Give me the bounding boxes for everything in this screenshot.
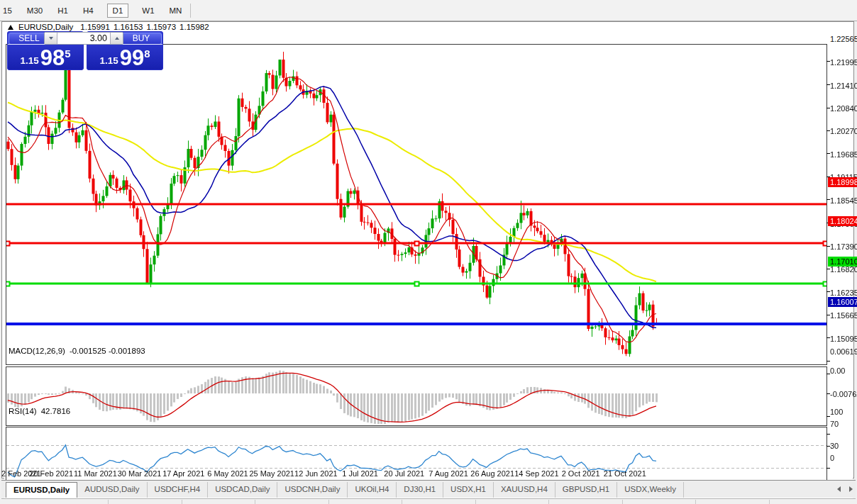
volume-input[interactable] [57, 33, 110, 44]
date-label: 30 Mar 2021 [118, 469, 162, 478]
symbol-tab-usdcnh[interactable]: USDCNH,Daily [277, 482, 348, 498]
open-value: 1.15991 [80, 23, 110, 31]
price-axis-tick-label: 1.20840 [830, 104, 857, 113]
symbol-tab-usdx[interactable]: USDX,H1 [443, 482, 494, 498]
buy-button[interactable]: BUY [121, 33, 162, 45]
rsi-indicator-label: RSI(14)42.7816 [9, 407, 70, 415]
date-label: 17 Apr 2021 [162, 469, 204, 478]
status-separator [622, 500, 623, 504]
rsi-axis-label: 70 [830, 420, 839, 428]
symbol-tab-dj30[interactable]: DJ30,H1 [397, 482, 443, 498]
price-axis-tick-label: 1.16235 [830, 289, 857, 297]
status-separator [769, 500, 770, 504]
tab-scroll-left-icon[interactable] [837, 486, 841, 492]
chevron-up-icon [115, 37, 119, 40]
volume-control [44, 32, 123, 45]
rsi-name: RSI(14) [9, 407, 37, 415]
date-label: 2 Oct 2021 [562, 469, 600, 478]
ask-price-small: 1.15 [99, 55, 118, 66]
symbol-tab-audusd[interactable]: AUDUSD,Daily [77, 482, 147, 498]
status-separator [255, 500, 255, 504]
symbol-tab-xauusd[interactable]: XAUUSD,H4 [494, 482, 555, 498]
price-line-label: 1.16007 [828, 297, 857, 307]
volume-decrease-button[interactable] [45, 33, 57, 44]
timeframe-buttons: 15M30H1H4D1W1MN [0, 4, 183, 18]
symbol-tab-ukoil[interactable]: UKOil,H4 [348, 482, 397, 498]
rsi-axis-label: 30 [830, 442, 839, 450]
price-axis-tick-label: 1.20270 [830, 127, 857, 135]
rsi-axis-label: 0 [830, 454, 834, 462]
status-separator [695, 500, 696, 504]
bid-price-small: 1.15 [20, 55, 38, 66]
chart-window [1, 21, 854, 478]
price-line-label: 1.18024 [828, 216, 857, 226]
macd-axis-label: 0.00 [830, 366, 845, 375]
timeframe-button-h4[interactable]: H4 [82, 4, 95, 17]
ask-price-sup: 8 [144, 47, 150, 60]
symbol-tab-usdx[interactable]: USDX,Weekly [617, 482, 684, 498]
symbol-tab-bar: EURUSD,DailyAUDUSD,DailyUSDCHF,H4USDCAD,… [1, 480, 856, 498]
bid-price-sup: 5 [65, 47, 70, 60]
status-bar [1, 498, 856, 504]
chevron-down-icon [49, 37, 53, 40]
status-separator [475, 500, 476, 504]
macd-axis-label: 0.006193 [830, 347, 857, 356]
rsi-value: 42.7816 [41, 407, 71, 415]
date-label: 12 Jun 2021 [294, 469, 338, 478]
date-label: 26 Aug 2021 [470, 469, 514, 478]
date-label: 20 Feb 2021 [29, 469, 73, 478]
one-click-trade-panel: SELL 1.15 98 5 BUY 1.15 99 8 [7, 31, 163, 70]
bid-price: 1.15 98 5 [7, 45, 84, 69]
ohlc-title: EURUSD,Daily 1.15991 1.16153 1.15973 1.1… [8, 23, 213, 31]
status-separator [402, 500, 402, 504]
price-line-label: 1.17010 [828, 257, 857, 267]
rsi-axis-label: 100 [830, 408, 843, 416]
price-axis-tick-label: 1.18545 [830, 196, 857, 205]
ask-price: 1.15 99 8 [87, 45, 163, 69]
ask-price-big: 99 [120, 47, 144, 69]
status-separator [108, 500, 109, 504]
symbol-tab-eurusd[interactable]: EURUSD,Daily [6, 482, 77, 498]
macd-axis-label: -0.00762 [830, 390, 857, 398]
price-axis-tick-label: 1.15095 [830, 335, 857, 343]
close-value: 1.15982 [179, 23, 209, 31]
timeframe-button-m30[interactable]: M30 [26, 4, 44, 17]
status-separator [548, 500, 549, 504]
timeframe-button-h1[interactable]: H1 [56, 4, 70, 17]
price-axis-tick-label: 1.21410 [830, 82, 857, 90]
price-chart-canvas[interactable] [4, 44, 853, 500]
date-label: 6 May 2021 [207, 469, 248, 478]
macd-values: -0.001525 -0.001893 [70, 347, 145, 355]
symbol-tab-gbpusd[interactable]: GBPUSD,H1 [555, 482, 617, 498]
bid-price-big: 98 [40, 47, 65, 69]
timeframe-toolbar: 15M30H1H4D1W1MN [0, 0, 857, 21]
timeframe-button-15[interactable]: 15 [1, 4, 13, 17]
price-axis-tick-label: 1.17390 [830, 242, 857, 251]
date-label: 1 Jul 2021 [342, 469, 378, 478]
symbol-tab-usdcad[interactable]: USDCAD,Daily [208, 482, 277, 498]
symbol-label: EURUSD,Daily [18, 23, 73, 31]
tab-scroll-arrows [837, 486, 853, 492]
price-line-label: 1.18998 [828, 177, 857, 187]
date-label: 20 Jul 2021 [384, 469, 424, 478]
price-axis-tick-label: 1.15665 [830, 311, 857, 320]
timeframe-button-mn[interactable]: MN [168, 4, 184, 17]
macd-indicator-label: MACD(12,26,9)-0.001525 -0.001893 [9, 347, 145, 355]
volume-increase-button[interactable] [110, 33, 123, 44]
mt4-window: 15M30H1H4D1W1MN EURUSD,Daily 1.15991 1.1… [0, 0, 857, 504]
toolbar-separator [190, 4, 191, 18]
date-label: 25 May 2021 [249, 469, 294, 478]
date-label: 11 Mar 2021 [74, 469, 117, 478]
price-axis-tick-label: 1.22565 [830, 35, 857, 43]
price-axis-tick-label: 1.19685 [830, 150, 857, 159]
collapse-trade-panel-icon[interactable] [8, 25, 13, 30]
date-label: 14 Sep 2021 [514, 469, 558, 478]
timeframe-button-d1[interactable]: D1 [107, 4, 129, 18]
low-value: 1.15973 [146, 23, 176, 31]
symbol-tab-usdchf[interactable]: USDCHF,H4 [148, 482, 209, 498]
date-label: 21 Oct 2021 [604, 469, 646, 478]
tab-scroll-right-icon[interactable] [849, 486, 853, 492]
date-label: 7 Aug 2021 [428, 469, 468, 478]
timeframe-button-w1[interactable]: W1 [140, 4, 155, 17]
high-value: 1.16153 [114, 23, 143, 31]
